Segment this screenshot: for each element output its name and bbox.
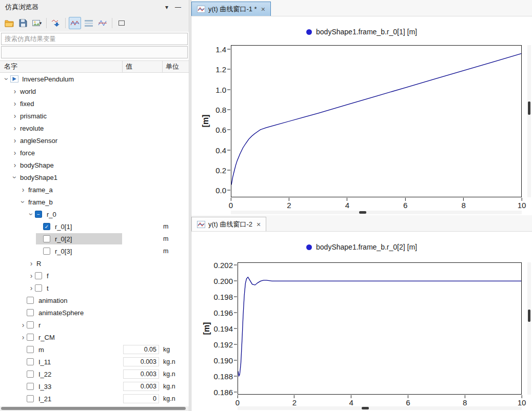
curve-tab-icon xyxy=(197,221,205,228)
plot-area[interactable] xyxy=(238,262,522,395)
checkbox-unchecked[interactable] xyxy=(27,334,34,341)
x-tick-label: 0 xyxy=(229,198,233,210)
tree-row[interactable]: ›world xyxy=(0,85,189,97)
tree-row[interactable]: r_0[2]m xyxy=(0,233,189,245)
export-curve-icon xyxy=(51,19,61,27)
tree-row[interactable]: ✓r_0[1]m xyxy=(0,220,189,233)
tree-row[interactable]: m0.05kg xyxy=(0,343,189,356)
save-result-button[interactable] xyxy=(17,17,29,29)
checkbox-unchecked[interactable] xyxy=(27,309,34,316)
expander-closed-icon[interactable]: › xyxy=(11,112,18,119)
new-curve-window-toggle[interactable] xyxy=(96,17,109,29)
checkbox-unchecked[interactable] xyxy=(27,297,34,304)
checkbox-unchecked[interactable] xyxy=(43,248,50,255)
tab-close-icon[interactable]: × xyxy=(257,220,261,229)
unit-cell: m xyxy=(163,235,168,242)
checkbox-unchecked[interactable] xyxy=(27,383,34,390)
tree-row[interactable]: ›−r_0 xyxy=(0,208,189,220)
tree-label: bodyShape xyxy=(18,161,55,169)
column-unit-header[interactable]: 单位 xyxy=(162,61,189,72)
tree-row[interactable]: ›bodyShape xyxy=(0,159,189,171)
curve-window-2: bodyShape1.frame_b.r_0[2] [m] 0.1860.188… xyxy=(191,232,532,411)
vscrollbar-thumb[interactable] xyxy=(528,101,530,115)
expander-closed-icon[interactable]: › xyxy=(28,260,35,267)
expander-open-icon[interactable]: › xyxy=(19,198,27,206)
expander-closed-icon[interactable]: › xyxy=(11,100,18,107)
tree-row[interactable]: I_110.003kg.n xyxy=(0,356,189,368)
tree-row[interactable]: ›InversePendulum xyxy=(0,73,189,85)
tree-label: prismatic xyxy=(18,112,48,120)
tree-label: R xyxy=(35,260,43,268)
tree-row[interactable]: ›r_CM xyxy=(0,331,189,343)
value-cell: 0.003 xyxy=(123,382,159,391)
plot-area[interactable] xyxy=(231,45,522,197)
export-image-button[interactable]: ▾ xyxy=(31,17,43,29)
hscrollbar-thumb[interactable] xyxy=(362,407,369,409)
left-panel-hscrollbar[interactable] xyxy=(0,406,189,411)
expander-open-icon[interactable]: › xyxy=(28,211,35,218)
tree-row[interactable]: animation xyxy=(0,294,189,306)
tree-row[interactable]: ›R xyxy=(0,257,189,270)
plot-hscrollbar[interactable] xyxy=(238,406,522,410)
checkbox-unchecked[interactable] xyxy=(35,272,42,279)
tree-row[interactable]: ›force xyxy=(0,147,189,159)
tree-row[interactable]: I_330.003kg.n xyxy=(0,380,189,393)
plot-vscrollbar[interactable] xyxy=(527,262,531,395)
tree-row[interactable]: ›bodyShape1 xyxy=(0,171,189,183)
tree-row[interactable]: I_210kg.n xyxy=(0,393,189,405)
open-result-button[interactable] xyxy=(3,17,15,29)
tree-row[interactable]: ›angleSensor xyxy=(0,134,189,147)
checkbox-unchecked[interactable] xyxy=(43,235,50,242)
expander-open-icon[interactable]: › xyxy=(11,174,18,181)
tab-curve-window-2[interactable]: y(t) 曲线窗口-2 × xyxy=(191,217,266,231)
panel-minimize-icon[interactable]: — xyxy=(172,2,184,12)
checkbox-unchecked[interactable] xyxy=(27,346,34,353)
filter-input[interactable] xyxy=(1,46,188,58)
checkbox-partial[interactable]: − xyxy=(35,211,42,218)
tree-row[interactable]: ›t xyxy=(0,282,189,294)
tree-row[interactable]: ›prismatic xyxy=(0,110,189,122)
tab-curve-window-1[interactable]: y(t) 曲线窗口-1 * × xyxy=(191,2,271,16)
expander-open-icon[interactable]: › xyxy=(3,75,10,83)
expander-closed-icon[interactable]: › xyxy=(11,88,18,95)
checkbox-unchecked[interactable] xyxy=(27,321,34,328)
tree-row[interactable]: I_220.003kg.n xyxy=(0,368,189,380)
tree-row[interactable]: r_0[3]m xyxy=(0,245,189,257)
tree-row[interactable]: ›r xyxy=(0,319,189,331)
expander-closed-icon[interactable]: › xyxy=(19,186,27,193)
expander-closed-icon[interactable]: › xyxy=(11,125,18,132)
curve-plot xyxy=(231,46,521,197)
vscrollbar-thumb[interactable] xyxy=(528,310,530,322)
search-input[interactable] xyxy=(1,33,188,45)
checkbox-unchecked[interactable] xyxy=(27,371,34,378)
checkbox-unchecked[interactable] xyxy=(27,395,34,402)
expander-closed-icon[interactable]: › xyxy=(11,161,18,169)
checkbox-unchecked[interactable] xyxy=(27,358,34,365)
expander-closed-icon[interactable]: › xyxy=(28,284,35,292)
expander-closed-icon[interactable]: › xyxy=(11,149,18,156)
expander-closed-icon[interactable]: › xyxy=(11,137,18,144)
tree-row[interactable]: ›f xyxy=(0,270,189,282)
plot-vscrollbar[interactable] xyxy=(527,45,531,197)
panel-menu-icon[interactable]: ▾ xyxy=(161,2,172,12)
expander-closed-icon[interactable]: › xyxy=(19,334,27,341)
column-value-header[interactable]: 值 xyxy=(122,61,162,72)
export-data-button[interactable] xyxy=(50,17,62,29)
tree-row[interactable]: ›frame_b xyxy=(0,196,189,208)
checkbox-checked[interactable]: ✓ xyxy=(43,223,50,230)
tree-row[interactable]: animateSphere xyxy=(0,306,189,319)
expander-closed-icon[interactable]: › xyxy=(28,272,35,279)
curve-mode-toggle[interactable] xyxy=(69,17,81,29)
tree-row[interactable]: ›revolute xyxy=(0,122,189,134)
tab-close-icon[interactable]: × xyxy=(261,5,265,13)
tree-row[interactable]: ›fixed xyxy=(0,97,189,110)
tree-row[interactable]: ›frame_a xyxy=(0,183,189,196)
hscrollbar-thumb[interactable] xyxy=(359,211,366,214)
checkbox-unchecked[interactable] xyxy=(35,284,42,292)
legend-box-toggle[interactable] xyxy=(115,17,128,29)
hscrollbar-thumb[interactable] xyxy=(1,407,186,410)
plot-hscrollbar[interactable] xyxy=(231,211,522,214)
expander-closed-icon[interactable]: › xyxy=(19,321,27,328)
tile-windows-toggle[interactable] xyxy=(83,17,95,29)
column-name-header[interactable]: 名字 xyxy=(0,62,122,71)
